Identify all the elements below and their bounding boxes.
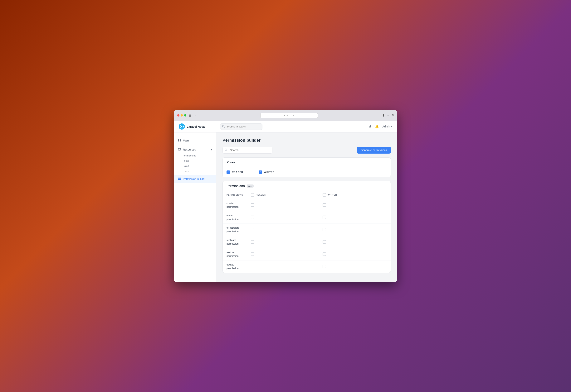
maximize-button[interactable] [184,114,186,116]
writer-checkbox-cell [319,199,391,211]
permission-writer-checkbox-4[interactable] [322,252,326,256]
reader-label: READER [232,171,243,174]
browser-chrome: ⊟ ‹ › ⬆ + ⧉ [174,110,397,121]
writer-checkbox-cell [319,224,391,236]
minimize-button[interactable] [181,114,183,116]
permission-reader-checkbox-3[interactable] [251,240,254,244]
permission-writer-checkbox-5[interactable] [322,265,326,268]
logo-icon [179,124,185,130]
table-row: deletepermission [223,211,391,224]
global-search-input[interactable] [220,124,263,130]
main-content: Permission builder Generate permissions [216,132,397,282]
search-wrapper [222,147,272,154]
forward-arrow-icon[interactable]: › [195,114,196,117]
monitor-icon[interactable]: 🖥 [368,125,371,128]
reader-checkbox-cell [247,236,319,248]
permission-writer-checkbox-1[interactable] [322,216,326,219]
sidebar-main-section: Main [174,136,216,145]
sidebar-item-main[interactable]: Main [174,137,216,144]
share-icon[interactable]: ⬆ [382,114,385,117]
search-bar-row: Generate permissions [222,147,391,154]
traffic-lights [177,114,186,116]
reader-checkbox-cell [247,199,319,211]
permission-name-cell: restorepermission [223,248,247,260]
logo-name: Laravel Nova [187,125,205,128]
logo-area: Laravel Nova [179,124,217,130]
sidebar-item-roles[interactable]: Roles [174,163,216,168]
permission-builder-label: Permission Builder [183,177,205,181]
permission-name-cell: updatepermission [223,260,247,273]
page-title: Permission builder [222,138,391,143]
role-reader-item: ✓ READER [227,170,243,174]
svg-line-14 [227,150,227,151]
svg-rect-5 [180,139,181,140]
search-input[interactable] [222,147,272,154]
permission-writer-checkbox-2[interactable] [322,228,326,231]
table-header-row: PERMISSIONS READER [223,191,391,199]
sidebar-toggle-icon[interactable]: ⊟ [189,114,191,117]
sidebar-item-users[interactable]: Users [174,168,216,174]
permission-name-cell: createpermission [223,199,247,211]
th-writer: WRITER [319,191,391,199]
roles-card-header: Roles [223,158,391,168]
roles-card: Roles ✓ READER ✓ WRITER [222,157,391,177]
user-label: Admin [382,125,390,128]
sidebar-item-permission-builder[interactable]: Permission Builder [174,175,216,183]
address-bar [198,113,380,118]
back-arrow-icon[interactable]: ‹ [193,114,194,117]
svg-rect-8 [178,148,181,150]
table-row: replicatepermission [223,236,391,248]
writer-header-checkbox[interactable] [322,193,326,196]
reader-header-checkbox[interactable] [251,193,254,196]
permission-reader-checkbox-4[interactable] [251,252,254,256]
writer-label: WRITER [264,171,275,174]
sidebar-item-posts[interactable]: Posts [174,158,216,163]
reader-checkbox[interactable]: ✓ [227,170,230,174]
table-row: restorepermission [223,248,391,260]
roles-card-title: Roles [227,161,235,164]
svg-line-3 [224,127,225,127]
bell-icon[interactable]: 🔔 [375,125,379,129]
permission-name-cell: replicatepermission [223,236,247,248]
svg-rect-11 [178,178,181,179]
browser-actions: ⬆ + ⧉ [382,114,394,117]
app-body: Main Resources [174,132,397,282]
svg-rect-4 [178,139,179,140]
table-row: forceDeletepermission [223,224,391,236]
th-reader: READER [247,191,319,199]
global-search-wrapper [220,124,263,130]
address-input[interactable] [260,113,318,118]
sidebar-resources-header[interactable]: Resources ▾ [174,146,216,153]
user-menu[interactable]: Admin ▾ [382,125,392,128]
close-button[interactable] [177,114,179,116]
reader-checkbox-cell [247,224,319,236]
permission-builder-icon [178,177,181,181]
resources-chevron-icon: ▾ [211,148,212,151]
permission-reader-checkbox-2[interactable] [251,228,254,231]
permission-writer-checkbox-3[interactable] [322,240,326,244]
app-header: Laravel Nova 🖥 🔔 Admin ▾ [174,121,397,132]
tabs-icon[interactable]: ⧉ [392,114,394,117]
permission-name-cell: deletepermission [223,211,247,224]
writer-checkbox-cell [319,236,391,248]
svg-rect-12 [178,179,181,180]
permission-reader-checkbox-0[interactable] [251,203,254,207]
sidebar-item-permissions[interactable]: Permissions [174,153,216,158]
browser-window: ⊟ ‹ › ⬆ + ⧉ Laravel Nova [174,110,397,282]
svg-rect-7 [180,140,181,141]
writer-checkbox-cell [319,260,391,273]
permission-writer-checkbox-0[interactable] [322,203,326,207]
permissions-table: PERMISSIONS READER [223,191,391,273]
table-row: createpermission [223,199,391,211]
permissions-card-title: Permissions [227,184,245,188]
browser-controls: ⊟ ‹ › [189,114,196,117]
new-tab-icon[interactable]: + [387,114,389,117]
permission-reader-checkbox-1[interactable] [251,216,254,219]
role-writer-item: ✓ WRITER [259,170,275,174]
global-search-icon [222,125,225,128]
permissions-card-header: Permissions web [223,181,391,191]
writer-checkbox[interactable]: ✓ [259,170,262,174]
permission-reader-checkbox-5[interactable] [251,265,254,268]
sidebar-resources-label: Resources [183,148,196,151]
generate-permissions-button[interactable]: Generate permissions [357,147,391,154]
